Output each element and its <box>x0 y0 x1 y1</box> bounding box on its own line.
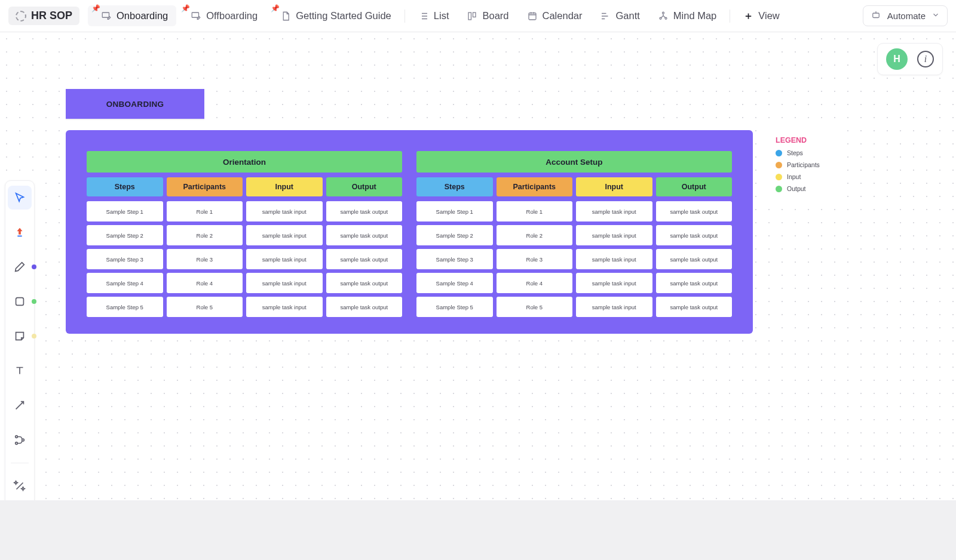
svg-point-5 <box>662 12 664 14</box>
tool-color-dot <box>32 264 36 269</box>
col-header-output[interactable]: Output <box>656 177 733 196</box>
table-cell[interactable]: Role 4 <box>167 273 243 293</box>
table-cell[interactable]: Sample Step 5 <box>87 297 163 317</box>
table-cell[interactable]: sample task output <box>656 297 733 317</box>
table-cell[interactable]: Role 2 <box>167 225 243 245</box>
col-header-output[interactable]: Output <box>326 177 403 196</box>
table-cell[interactable]: sample task input <box>246 297 323 317</box>
tool-pointer[interactable] <box>8 186 32 210</box>
onboarding-label[interactable]: ONBOARDING <box>66 89 204 119</box>
table-cell[interactable]: sample task input <box>246 201 323 221</box>
table-cell[interactable]: sample task input <box>576 273 652 293</box>
table-cell[interactable]: Role 5 <box>497 297 573 317</box>
tabs: 📌 Onboarding 📌 Offboarding 📌 Getting Sta… <box>88 5 788 27</box>
svg-rect-2 <box>468 13 471 20</box>
table-cell[interactable]: sample task output <box>656 201 733 221</box>
tab-calendar[interactable]: Calendar <box>519 5 591 26</box>
col-header-steps[interactable]: Steps <box>416 177 493 196</box>
onboarding-card[interactable]: Orientation Steps Participants Input Out… <box>66 130 753 334</box>
calendar-icon <box>527 11 538 21</box>
table-cell[interactable]: Sample Step 1 <box>87 201 163 221</box>
tool-connector[interactable] <box>8 393 32 417</box>
pin-icon: 📌 <box>271 4 280 13</box>
col-header-participants[interactable]: Participants <box>167 177 243 196</box>
avatar[interactable]: H <box>886 48 908 70</box>
table-cell[interactable]: Sample Step 2 <box>87 225 163 245</box>
tab-onboarding[interactable]: 📌 Onboarding <box>88 5 176 26</box>
legend-item: Participants <box>776 161 838 168</box>
table-cell[interactable]: Role 3 <box>497 249 573 269</box>
project-chip[interactable]: HR SOP <box>8 7 79 25</box>
table-cell[interactable]: Sample Step 5 <box>416 297 493 317</box>
table-cell[interactable]: sample task output <box>326 273 403 293</box>
table-row: Sample Step 4Role 4sample task inputsamp… <box>416 273 732 293</box>
table-cell[interactable]: Role 3 <box>167 249 243 269</box>
legend-item: Steps <box>776 149 838 156</box>
tab-label: Onboarding <box>117 10 168 21</box>
table-cell[interactable]: Sample Step 3 <box>87 249 163 269</box>
robot-icon <box>871 10 881 22</box>
table-cell[interactable]: sample task output <box>326 249 403 269</box>
table-cell[interactable]: Role 2 <box>497 225 573 245</box>
table-cell[interactable]: sample task input <box>576 249 652 269</box>
pin-icon: 📌 <box>181 4 190 13</box>
table-cell[interactable]: sample task input <box>246 225 323 245</box>
svg-point-11 <box>16 442 18 445</box>
section-title[interactable]: Orientation <box>87 151 402 173</box>
col-header-participants[interactable]: Participants <box>497 177 573 196</box>
tab-getting-started[interactable]: 📌 Getting Started Guide <box>267 5 400 26</box>
table-cell[interactable]: Role 1 <box>497 201 573 221</box>
section-title[interactable]: Account Setup <box>416 151 732 173</box>
tool-upgrade[interactable] <box>8 220 32 244</box>
table-cell[interactable]: sample task output <box>326 297 403 317</box>
tool-flow[interactable] <box>8 428 32 452</box>
table-cell[interactable]: Role 1 <box>167 201 243 221</box>
tab-label: View <box>758 10 779 21</box>
tab-offboarding[interactable]: 📌 Offboarding <box>177 5 266 26</box>
info-icon[interactable]: i <box>917 51 934 67</box>
svg-point-10 <box>16 436 18 438</box>
canvas[interactable]: H i <box>0 32 956 560</box>
tool-sticky[interactable] <box>8 324 32 348</box>
tool-pen[interactable] <box>8 255 32 279</box>
table-cell[interactable]: Sample Step 3 <box>416 249 493 269</box>
table-cell[interactable]: sample task input <box>246 249 323 269</box>
table-cell[interactable]: sample task input <box>576 201 652 221</box>
table-cell[interactable]: sample task output <box>326 225 403 245</box>
table-cell[interactable]: Sample Step 2 <box>416 225 493 245</box>
column-headers: Steps Participants Input Output <box>416 177 732 196</box>
col-header-input[interactable]: Input <box>576 177 652 196</box>
tab-mindmap[interactable]: Mind Map <box>649 5 725 26</box>
automate-button[interactable]: Automate <box>863 5 948 26</box>
table-cell[interactable]: sample task output <box>326 201 403 221</box>
add-view-button[interactable]: ＋ View <box>735 5 788 27</box>
table-cell[interactable]: Sample Step 4 <box>87 273 163 293</box>
table-cell[interactable]: sample task input <box>576 225 652 245</box>
col-header-steps[interactable]: Steps <box>87 177 163 196</box>
table-row: Sample Step 1Role 1sample task inputsamp… <box>416 201 732 221</box>
tab-label: Board <box>482 10 508 21</box>
list-icon <box>418 11 429 21</box>
table-cell[interactable]: Sample Step 1 <box>416 201 493 221</box>
tab-list[interactable]: List <box>410 5 458 26</box>
tool-magic[interactable] <box>8 474 32 498</box>
table-cell[interactable]: sample task input <box>246 273 323 293</box>
tab-gantt[interactable]: Gantt <box>592 5 648 26</box>
legend-card[interactable]: LEGEND Steps Participants Input Output <box>768 130 845 205</box>
table-cell[interactable]: sample task output <box>656 273 733 293</box>
tool-shape[interactable] <box>8 290 32 313</box>
table-row: Sample Step 3Role 3sample task inputsamp… <box>416 249 732 269</box>
tab-board[interactable]: Board <box>458 5 517 26</box>
tool-text[interactable] <box>8 359 32 383</box>
tab-label: Gantt <box>615 10 639 21</box>
table-cell[interactable]: sample task output <box>656 225 733 245</box>
legend-title: LEGEND <box>776 136 838 144</box>
table-row: Sample Step 2Role 2sample task inputsamp… <box>87 225 402 245</box>
table-cell[interactable]: Role 4 <box>497 273 573 293</box>
svg-rect-4 <box>529 13 536 19</box>
table-cell[interactable]: Sample Step 4 <box>416 273 493 293</box>
table-cell[interactable]: sample task output <box>656 249 733 269</box>
table-cell[interactable]: sample task input <box>576 297 652 317</box>
col-header-input[interactable]: Input <box>246 177 323 196</box>
table-cell[interactable]: Role 5 <box>167 297 243 317</box>
